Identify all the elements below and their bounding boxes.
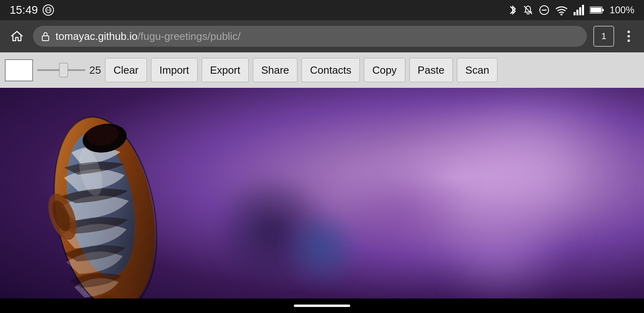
- svg-rect-13: [590, 8, 601, 12]
- svg-rect-14: [42, 36, 49, 41]
- nav-home-indicator: [294, 305, 350, 307]
- fish-image: [16, 100, 242, 313]
- slider-value: 25: [89, 64, 101, 77]
- browser-icon: [43, 4, 54, 16]
- clear-button[interactable]: Clear: [105, 58, 147, 82]
- url-text: tomayac.github.io/fugu-greetings/public/: [56, 30, 241, 43]
- more-dot-2: [627, 35, 630, 37]
- address-bar: tomayac.github.io/fugu-greetings/public/…: [0, 20, 644, 52]
- home-button[interactable]: [7, 27, 27, 46]
- export-button[interactable]: Export: [202, 58, 249, 82]
- slider-thumb[interactable]: [59, 63, 68, 77]
- mute-icon: [523, 5, 533, 15]
- signal-icon: [574, 5, 584, 15]
- copy-button[interactable]: Copy: [364, 58, 405, 82]
- more-dot-3: [627, 39, 630, 42]
- fish-scene: [0, 88, 644, 313]
- url-domain: tomayac.github.io: [56, 30, 138, 42]
- toolbar: 25 Clear Import Export Share Contacts Co…: [0, 52, 644, 88]
- status-bar: 15:49: [0, 0, 644, 20]
- share-button[interactable]: Share: [253, 58, 297, 82]
- paste-button[interactable]: Paste: [409, 58, 453, 82]
- slider-track[interactable]: [37, 69, 85, 71]
- svg-point-6: [560, 14, 562, 16]
- svg-rect-7: [574, 12, 576, 15]
- status-time: 15:49: [10, 4, 38, 17]
- battery-percent: 100%: [610, 4, 634, 16]
- url-path: /fugu-greetings/public/: [138, 30, 241, 42]
- wifi-icon: [555, 5, 568, 15]
- import-button[interactable]: Import: [151, 58, 198, 82]
- tab-count-button[interactable]: 1: [593, 26, 614, 47]
- battery-icon: [590, 6, 604, 14]
- color-preview[interactable]: [5, 59, 33, 81]
- bg-blob-4: [282, 208, 362, 289]
- bluetooth-icon: [508, 4, 517, 16]
- svg-rect-10: [582, 5, 584, 15]
- status-left: 15:49: [10, 4, 54, 17]
- size-slider-container: 25: [37, 64, 101, 77]
- svg-rect-8: [576, 10, 578, 15]
- bg-blob-6: [443, 192, 564, 313]
- svg-rect-12: [602, 9, 604, 11]
- main-content: [0, 88, 644, 313]
- tab-count-label: 1: [601, 31, 606, 41]
- lock-icon: [41, 31, 50, 41]
- url-bar[interactable]: tomayac.github.io/fugu-greetings/public/: [33, 26, 587, 47]
- dnd-icon: [539, 5, 549, 15]
- nav-bar: [0, 298, 644, 313]
- more-menu-button[interactable]: [621, 28, 637, 44]
- more-dot-1: [627, 31, 630, 33]
- svg-rect-9: [579, 7, 581, 15]
- status-right: 100%: [508, 4, 634, 16]
- contacts-button[interactable]: Contacts: [301, 58, 360, 82]
- scan-button[interactable]: Scan: [457, 58, 497, 82]
